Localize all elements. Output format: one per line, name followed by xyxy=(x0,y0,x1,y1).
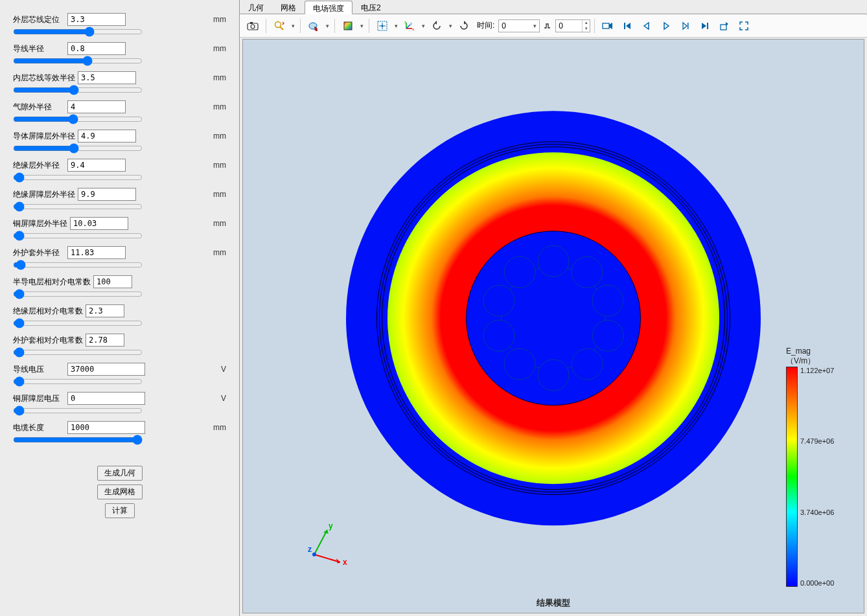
svg-point-26 xyxy=(538,359,569,391)
param-label: 绝缘层相对介电常数 xyxy=(13,306,83,317)
param-unit: mm xyxy=(213,15,226,24)
param-label: 导线电压 xyxy=(13,364,65,375)
param-slider[interactable] xyxy=(13,406,143,415)
time-spinner-input[interactable] xyxy=(556,20,582,32)
spin-down[interactable]: ▾ xyxy=(583,26,590,32)
param-group: 外护套外半径 mm xyxy=(6,246,233,271)
camera-icon[interactable] xyxy=(244,17,262,34)
fit-view-icon[interactable] xyxy=(373,17,391,34)
axis-triad-icon: x y z xyxy=(295,522,353,574)
param-input[interactable] xyxy=(67,246,126,259)
tab-voltage2[interactable]: 电压2 xyxy=(353,0,389,14)
param-slider[interactable] xyxy=(13,377,143,386)
svg-rect-18 xyxy=(707,23,708,29)
param-label: 绝缘屏障层外半径 xyxy=(13,189,75,200)
param-slider[interactable] xyxy=(13,173,143,182)
param-slider[interactable] xyxy=(13,231,143,240)
record-icon[interactable] xyxy=(599,17,617,34)
tab-geometry[interactable]: 几何 xyxy=(240,0,272,14)
svg-point-1 xyxy=(251,25,255,29)
step-forward-icon[interactable] xyxy=(676,17,695,34)
param-label: 外护套外半径 xyxy=(13,247,65,258)
main-panel: 几何 网格 电场强度 电压2 ▾ ▾ ▾ ▾ zxy ▾ ▾ 时间: 0▾ xyxy=(240,0,867,616)
axis-dropdown[interactable]: ▾ xyxy=(420,23,426,29)
generate-mesh-button[interactable]: 生成网格 xyxy=(97,485,143,499)
skip-end-icon[interactable] xyxy=(696,17,714,34)
render-style-icon[interactable] xyxy=(339,17,357,34)
param-unit: V xyxy=(221,365,226,374)
param-input[interactable] xyxy=(70,217,128,230)
svg-text:z: z xyxy=(308,545,312,554)
svg-text:y: y xyxy=(410,21,412,25)
tab-efield[interactable]: 电场强度 xyxy=(305,1,353,14)
svg-text:x: x xyxy=(343,558,347,567)
param-group: 绝缘屏障层外半径 mm xyxy=(6,188,233,213)
svg-point-24 xyxy=(592,320,623,351)
param-input[interactable] xyxy=(78,130,136,143)
select-dropdown[interactable]: ▾ xyxy=(324,23,330,29)
param-label: 外护套相对介电常数 xyxy=(13,335,83,346)
legend-tick: 1.122e+07 xyxy=(800,367,834,374)
rotate-ccw-icon[interactable] xyxy=(428,17,446,34)
param-input[interactable] xyxy=(78,71,136,84)
param-label: 绝缘层外半径 xyxy=(13,160,65,171)
param-label: 外层芯线定位 xyxy=(13,14,65,25)
svg-point-28 xyxy=(483,320,514,351)
play-icon[interactable] xyxy=(657,17,675,34)
rotate-cw-icon[interactable] xyxy=(455,17,473,34)
svg-rect-15 xyxy=(603,23,609,29)
param-slider[interactable] xyxy=(13,115,143,124)
select-icon[interactable] xyxy=(305,17,323,34)
param-slider[interactable] xyxy=(13,144,143,153)
time-select[interactable]: 0▾ xyxy=(498,19,540,32)
param-input[interactable] xyxy=(78,188,136,201)
render-dropdown[interactable]: ▾ xyxy=(358,23,365,29)
svg-rect-16 xyxy=(624,23,625,29)
param-input[interactable] xyxy=(67,392,145,405)
param-input[interactable] xyxy=(67,100,126,113)
export-icon[interactable] xyxy=(715,17,734,34)
param-slider[interactable] xyxy=(13,260,143,269)
time-spinner[interactable]: ▴▾ xyxy=(555,19,590,32)
generate-geometry-button[interactable]: 生成几何 xyxy=(97,466,143,481)
param-slider[interactable] xyxy=(13,348,143,357)
param-slider[interactable] xyxy=(13,27,143,36)
svg-point-35 xyxy=(312,553,316,556)
param-input[interactable] xyxy=(86,304,124,317)
param-input[interactable] xyxy=(86,334,124,347)
param-unit: mm xyxy=(213,44,226,53)
param-input[interactable] xyxy=(67,363,145,376)
param-input[interactable] xyxy=(67,159,126,172)
step-back-icon[interactable] xyxy=(638,17,656,34)
param-slider[interactable] xyxy=(13,290,143,299)
zoom-icon[interactable] xyxy=(270,17,288,34)
param-group: 外护套相对介电常数 xyxy=(6,334,233,359)
param-input[interactable] xyxy=(67,42,126,55)
param-input[interactable] xyxy=(67,13,126,26)
spin-up[interactable]: ▴ xyxy=(583,20,590,26)
param-slider[interactable] xyxy=(13,319,143,328)
param-input[interactable] xyxy=(67,421,145,434)
param-input[interactable] xyxy=(93,275,132,288)
fullscreen-icon[interactable] xyxy=(735,17,753,34)
canvas-area[interactable]: x y z 结果模型 E_mag（V/m） 1.122e+07 7.479e+0… xyxy=(242,39,864,613)
skip-start-icon[interactable] xyxy=(618,17,636,34)
tab-mesh[interactable]: 网格 xyxy=(272,0,305,14)
param-slider[interactable] xyxy=(13,435,143,444)
zoom-dropdown[interactable]: ▾ xyxy=(290,23,296,29)
legend-colorbar xyxy=(786,367,798,587)
svg-rect-19 xyxy=(721,25,726,30)
rotate-ccw-dropdown[interactable]: ▾ xyxy=(447,23,454,29)
param-slider[interactable] xyxy=(13,202,143,211)
param-unit: mm xyxy=(213,248,226,257)
compute-button[interactable]: 计算 xyxy=(105,503,135,518)
svg-rect-6 xyxy=(344,22,352,30)
param-label: 导线半径 xyxy=(13,43,65,54)
param-group: 气隙外半径 mm xyxy=(6,100,233,126)
param-slider[interactable] xyxy=(13,86,143,95)
step-icon[interactable] xyxy=(541,17,554,34)
axis-orient-icon[interactable]: zxy xyxy=(400,17,419,34)
param-slider[interactable] xyxy=(13,56,143,65)
param-unit: mm xyxy=(213,190,226,199)
fit-dropdown[interactable]: ▾ xyxy=(393,23,399,29)
